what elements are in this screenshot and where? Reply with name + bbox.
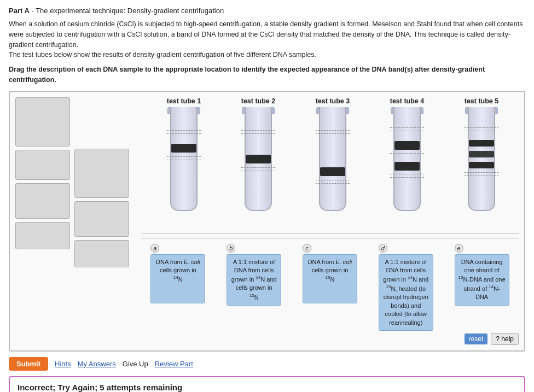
part-title: The experimental technique: Density-grad… — [36, 7, 224, 15]
tube-1-dashes-top — [167, 130, 201, 134]
help-button[interactable]: ? help — [491, 333, 519, 345]
reset-button[interactable]: reset — [465, 334, 488, 344]
my-answers-button[interactable]: My Answers — [78, 360, 116, 368]
drop-zone-4[interactable] — [15, 222, 70, 249]
tube-5-inner — [469, 114, 494, 203]
action-bar: Submit Hints My Answers Give Up Review P… — [9, 357, 525, 371]
tube-4-dashes-mid — [390, 153, 424, 154]
desc-card-d[interactable]: A 1:1 mixture of DNA from cells grown in… — [379, 254, 433, 331]
tubes-row — [141, 107, 519, 227]
dash — [167, 130, 201, 131]
dash — [316, 180, 350, 180]
dash — [241, 171, 275, 171]
card-label-b: b — [227, 244, 235, 253]
tube-5-band-3[interactable] — [469, 162, 494, 168]
submit-button[interactable]: Submit — [9, 357, 48, 371]
card-label-a-text: a — [153, 245, 156, 251]
desc-card-b[interactable]: A 1:1 mixture of DNA from cells grown in… — [227, 254, 281, 306]
tube-header-2: test tube 2 — [231, 97, 286, 105]
dash — [465, 131, 498, 131]
dash — [465, 172, 498, 173]
tube-4-band-top[interactable] — [394, 141, 420, 150]
tube-header-4: test tube 4 — [380, 97, 434, 105]
drop-zone-1[interactable] — [15, 97, 70, 147]
dash — [316, 183, 350, 184]
drop-zone-3[interactable] — [15, 183, 70, 219]
test-tubes-area: test tube 1 test tube 2 test tube 3 test… — [141, 97, 519, 345]
dash — [316, 130, 350, 131]
tube-2 — [231, 107, 286, 227]
card-label-d: d — [379, 244, 387, 253]
dash — [465, 127, 498, 128]
tube-header-3: test tube 3 — [305, 97, 360, 105]
tube-2-bottom — [245, 203, 272, 211]
card-label-c: c — [303, 244, 311, 253]
tube-5-band-2[interactable] — [469, 151, 494, 157]
tube-4-inner — [394, 114, 420, 203]
feedback-box: Incorrect; Try Again; 5 attempts remaini… — [9, 376, 525, 392]
separator-line — [141, 233, 519, 233]
tube-5-band-1[interactable] — [469, 140, 494, 147]
desc-card-c[interactable]: DNA from E. coli cells grown in 15N — [303, 254, 357, 303]
tube-4-dashes-top — [390, 127, 424, 131]
dash — [390, 174, 424, 174]
tube-2-band[interactable] — [246, 155, 271, 163]
tube-2-dashes-top — [241, 130, 275, 134]
tube-4-band-bottom[interactable] — [394, 162, 420, 171]
drop-zone-side-3[interactable] — [74, 240, 129, 267]
part-label: Part A — [9, 7, 30, 15]
tube-3 — [305, 107, 360, 227]
tube-4 — [380, 107, 434, 227]
dash — [390, 153, 424, 154]
drop-zone-2[interactable] — [15, 150, 70, 180]
tube-1-band[interactable] — [171, 144, 196, 153]
card-label-b-text: b — [229, 245, 233, 251]
dash — [465, 175, 498, 176]
desc-card-e[interactable]: DNA containing one strand of 15N-DNA and… — [455, 254, 509, 306]
description-block: When a solution of cesium chloride (CsCl… — [9, 19, 525, 60]
hints-button[interactable]: Hints — [55, 360, 71, 368]
tube-3-bottom — [319, 203, 346, 211]
tube-header-5: test tube 5 — [454, 97, 509, 105]
tube-1 — [156, 107, 211, 227]
dash — [167, 160, 201, 160]
tube-5-bottom — [468, 203, 495, 211]
cards-area: a DNA from E. coli cells grown in 14N b … — [141, 238, 519, 331]
dash — [167, 156, 201, 157]
drag-targets-left — [15, 97, 70, 249]
tube-2-dashes-bottom — [241, 167, 275, 171]
tube-5-dashes-bottom — [465, 172, 498, 176]
tube-1-bottom — [170, 203, 198, 211]
page: Part A - The experimental technique: Den… — [0, 0, 534, 392]
drop-zone-side-1[interactable] — [74, 149, 129, 198]
drag-targets-side — [74, 97, 129, 267]
part-header: Part A - The experimental technique: Den… — [9, 7, 525, 15]
desc-card-a[interactable]: DNA from E. coli cells grown in 14N — [150, 254, 205, 303]
review-part-button[interactable]: Review Part — [155, 360, 193, 368]
instruction-text: Drag the description of each DNA sample … — [9, 65, 525, 85]
main-interactive-box: test tube 1 test tube 2 test tube 3 test… — [9, 91, 525, 352]
dash — [167, 133, 201, 134]
tube-3-inner — [320, 114, 345, 203]
tube-1-dashes-bottom — [167, 156, 201, 160]
dash — [241, 167, 275, 168]
tube-3-dashes-top — [316, 130, 350, 134]
card-wrapper-d: d A 1:1 mixture of DNA from cells grown … — [379, 244, 433, 331]
tube-4-bottom — [393, 203, 421, 211]
description-para2: The test tubes below show the results of… — [9, 50, 525, 60]
tube-3-band[interactable] — [320, 167, 345, 176]
drop-zone-side-2[interactable] — [74, 201, 129, 237]
tube-header-1: test tube 1 — [156, 97, 211, 105]
bottom-controls: reset ? help — [141, 333, 519, 345]
tube-3-dashes-bottom — [316, 180, 350, 184]
card-label-e: e — [455, 244, 463, 253]
dash — [390, 127, 424, 128]
give-up-text: Give Up — [123, 360, 148, 368]
dash — [316, 133, 350, 134]
description-para1: When a solution of cesium chloride (CsCl… — [9, 19, 525, 50]
separator: - — [30, 7, 36, 15]
tube-1-inner — [171, 114, 196, 203]
dash — [241, 133, 275, 134]
tube-2-inner — [246, 114, 271, 203]
feedback-title: Incorrect; Try Again; 5 attempts remaini… — [18, 383, 516, 392]
